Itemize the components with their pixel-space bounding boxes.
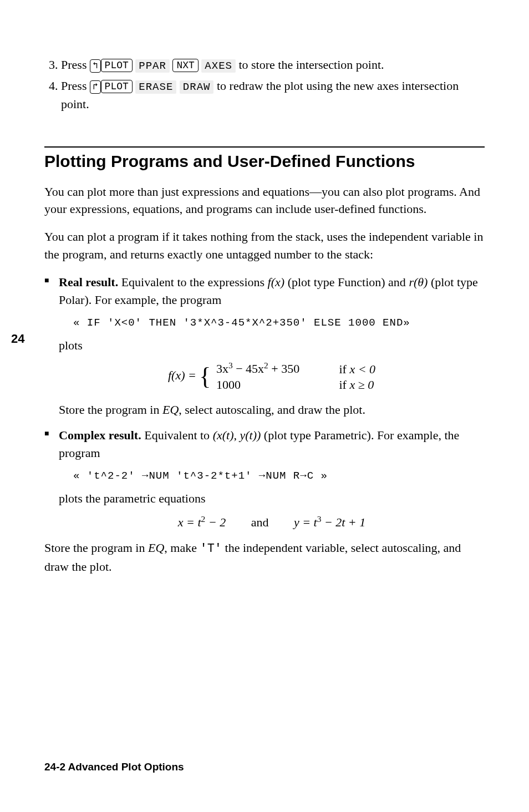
erase-softkey: ERASE xyxy=(135,80,176,94)
chapter-tab: 24 xyxy=(11,332,24,346)
bullet-lead: Complex result. xyxy=(59,428,141,442)
paragraph: You can plot more than just expressions … xyxy=(44,183,485,219)
left-brace-icon: { xyxy=(199,366,211,388)
page-content: 24 Press ↰PLOT PPAR NXT AXES to store th… xyxy=(0,0,529,619)
right-shift-key: ↱ xyxy=(90,80,101,94)
math-inline: f(x) xyxy=(268,275,285,289)
equation-piecewise: f(x) = { 3x3 − 45x2 + 350 if x < 0 1000 … xyxy=(59,360,485,393)
bullet-lead: Real result. xyxy=(59,275,118,289)
step-text: Press xyxy=(61,58,90,72)
bullet-text: Equivalent to xyxy=(141,428,213,442)
step-text: to store the intersection point. xyxy=(238,58,384,72)
bullet-list: Real result. Equivalent to the expressio… xyxy=(44,273,485,531)
paragraph: You can plot a program if it takes nothi… xyxy=(44,228,485,263)
page-footer: 24-2 Advanced Plot Options xyxy=(44,761,184,773)
plot-key: PLOT xyxy=(101,59,133,72)
plots-label: plots xyxy=(59,337,485,354)
section-rule xyxy=(44,146,485,148)
bullet-text: (plot type Function) and xyxy=(284,275,409,289)
plot-key: PLOT xyxy=(101,80,133,93)
math-inline: (x(t), y(t)) xyxy=(213,428,261,442)
axes-softkey: AXES xyxy=(201,59,236,73)
ppar-softkey: PPAR xyxy=(135,59,170,73)
code-block: « 't^2-2' →NUM 't^3-2*t+1' →NUM R→C » xyxy=(73,469,485,484)
eq-lhs: f(x) = xyxy=(168,368,199,382)
bullet-real-result: Real result. Equivalent to the expressio… xyxy=(44,273,485,419)
step-list: Press ↰PLOT PPAR NXT AXES to store the i… xyxy=(44,55,485,113)
section-heading: Plotting Programs and User-Defined Funct… xyxy=(44,151,485,172)
step-4: Press ↱PLOT ERASE DRAW to redraw the plo… xyxy=(61,77,485,114)
equation-parametric: x = t2 − 2 and y = t3 − 2t + 1 xyxy=(59,513,485,531)
code-block: « IF 'X<0' THEN '3*X^3-45*X^2+350' ELSE … xyxy=(73,316,485,331)
bullet-complex-result: Complex result. Equivalent to (x(t), y(t… xyxy=(44,427,485,531)
draw-softkey: DRAW xyxy=(180,80,214,94)
left-shift-key: ↰ xyxy=(90,59,101,73)
step-3: Press ↰PLOT PPAR NXT AXES to store the i… xyxy=(61,55,485,74)
store-instruction: Store the program in EQ, select autoscal… xyxy=(59,401,485,419)
math-inline: r(θ) xyxy=(409,275,428,289)
plots-label: plots the parametric equations xyxy=(59,490,485,507)
bullet-text: Equivalent to the expressions xyxy=(118,275,267,289)
step-text: Press xyxy=(61,79,90,93)
nxt-key: NXT xyxy=(172,59,198,72)
final-paragraph: Store the program in EQ, make 'T' the in… xyxy=(44,539,485,576)
